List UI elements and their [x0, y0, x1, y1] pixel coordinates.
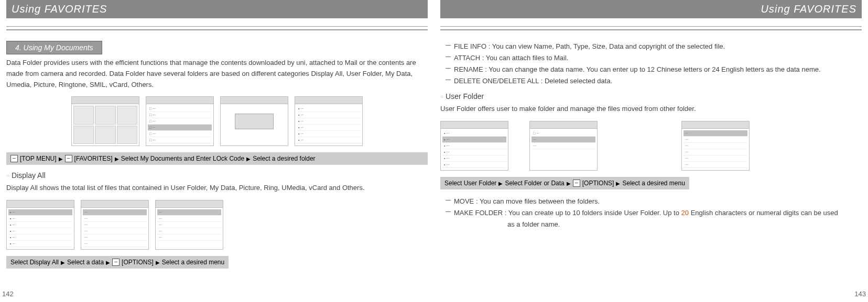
screenshot: • ···• ···• ···• ···• ···• ··· — [440, 121, 508, 171]
divider-thick — [6, 29, 428, 30]
subheading-label: Display All — [12, 171, 46, 180]
accent-number: 20 — [681, 209, 689, 217]
nav-step: Select My Documents and Enter LOck Code — [121, 155, 244, 162]
intro-text: Data Folder provides users with the effi… — [6, 58, 428, 90]
menu-key-icon — [65, 155, 72, 162]
screenshot: • ···• ···• ···• ···• ···• ··· — [6, 200, 74, 250]
nav-step: Select Display All — [10, 259, 59, 266]
option-delete: DELETE ONE/DELETE ALL : Deleted selected… — [444, 75, 862, 87]
nav-step: [TOP MENU] — [20, 155, 57, 162]
screenshot: □ ········· — [529, 121, 598, 171]
nav-step: Select User Folder — [444, 180, 496, 187]
nav-step: [FAVORITES] — [74, 155, 113, 162]
arrow-icon: ▶ — [246, 156, 251, 162]
header-left: Using FAVORITES — [6, 0, 428, 18]
option-text-part: English characters or numeral digits can… — [691, 209, 838, 217]
screenshot-row-3: • ···• ···• ···• ···• ···• ··· □ ·······… — [440, 121, 862, 171]
subheading-label: User Folder — [446, 92, 484, 100]
nav-step: Select a desired folder — [253, 155, 315, 162]
header-right: Using FAVORITES — [440, 0, 862, 18]
screenshot: ··············· — [155, 200, 223, 250]
nav-step: Select a data — [67, 259, 104, 266]
display-all-text: Display All shows the total list of file… — [6, 183, 428, 194]
left-page: Using FAVORITES 4. Using My Documents Da… — [0, 0, 434, 302]
screenshot: ·················· — [81, 200, 149, 250]
user-folder-text: User Folder offers user to make folder a… — [440, 104, 862, 115]
option-continuation: as a folder name. — [444, 219, 862, 230]
option-text-part: MAKE FOLDER : You can create up to 10 fo… — [454, 209, 679, 217]
screenshot-row-1: □ ···□ ···□ ···□ ···□ ···□ ··· • ···• ··… — [6, 96, 428, 146]
page-number-left: 142 — [2, 290, 14, 298]
nav-step: Select a desired menu — [162, 259, 224, 266]
divider-thick — [440, 29, 862, 30]
arrow-icon: ▶ — [59, 156, 63, 162]
screenshot: □ ···□ ···□ ···□ ···□ ···□ ··· — [146, 96, 214, 146]
arrow-icon: ▶ — [498, 181, 503, 186]
screenshot — [220, 96, 288, 146]
subheading-display-all: Display All — [6, 171, 428, 180]
right-page: Using FAVORITES FILE INFO : You can view… — [434, 0, 868, 302]
arrow-icon: ▶ — [106, 260, 110, 265]
option-make-folder: MAKE FOLDER : You can create up to 10 fo… — [444, 207, 862, 219]
nav-step: Select a desired menu — [622, 180, 685, 187]
section-tab: 4. Using My Documents — [6, 41, 102, 54]
nav-path-3: Select User Folder ▶ Select Folder or Da… — [440, 177, 689, 189]
menu-key-icon — [10, 155, 18, 162]
nav-path-1: [TOP MENU] ▶ [FAVORITES] ▶ Select My Doc… — [6, 152, 428, 165]
option-rename: RENAME : You can change the data name. Y… — [444, 64, 862, 75]
arrow-icon: ▶ — [567, 181, 571, 186]
option-list-2: MOVE : You can move files between the fo… — [444, 196, 862, 230]
option-move: MOVE : You can move files between the fo… — [444, 196, 862, 207]
screenshot-row-2: • ···• ···• ···• ···• ···• ··· ·········… — [6, 200, 428, 250]
option-attach: ATTACH : You can attach files to Mail. — [444, 52, 862, 64]
page-number-right: 143 — [854, 290, 866, 298]
subheading-user-folder: User Folder — [440, 92, 862, 100]
nav-path-2: Select Display All ▶ Select a data ▶ [OP… — [6, 256, 229, 269]
menu-key-icon — [573, 180, 580, 187]
option-file-info: FILE INFO : You can view Name, Path, Typ… — [444, 41, 862, 52]
arrow-icon: ▶ — [115, 156, 119, 162]
nav-step: [OPTIONS] — [122, 259, 154, 266]
divider — [440, 26, 862, 27]
arrow-icon: ▶ — [156, 260, 160, 265]
screenshot: ·················· — [681, 121, 750, 171]
screenshot: • ···• ···• ···• ···• ···• ··· — [295, 96, 363, 146]
nav-step: Select Folder or Data — [505, 180, 564, 187]
menu-key-icon — [112, 259, 120, 266]
arrow-icon: ▶ — [616, 181, 620, 186]
screenshot — [71, 96, 139, 146]
arrow-icon: ▶ — [61, 260, 65, 265]
option-list-1: FILE INFO : You can view Name, Path, Typ… — [444, 41, 862, 87]
divider — [6, 26, 428, 27]
nav-step: [OPTIONS] — [582, 180, 614, 187]
